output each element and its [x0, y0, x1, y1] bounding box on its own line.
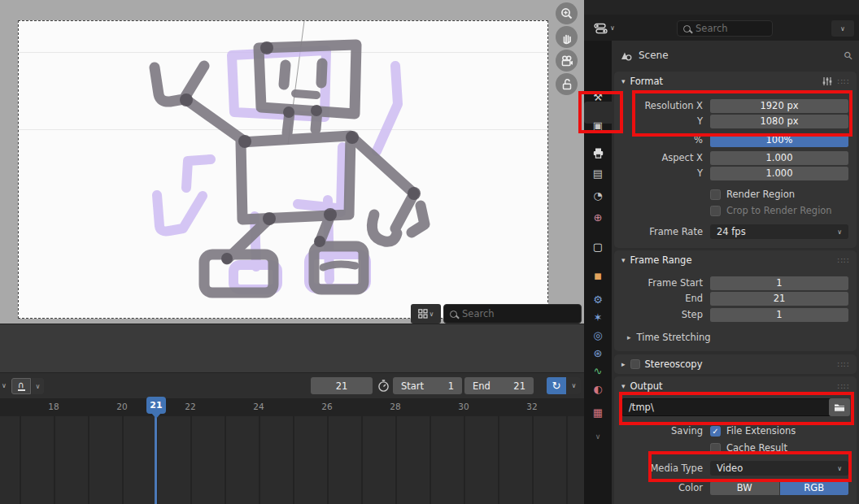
blender-window: ∨ ∨ ∩ ∨ 21 Start 1 End 21 ↻ ∨ 1820222426…	[0, 0, 859, 504]
chevron-down-icon[interactable]: ∨	[2, 382, 7, 389]
pin-icon[interactable]: ⚲	[842, 48, 856, 62]
tab-render[interactable]: ▣	[584, 115, 612, 135]
frame-start-row: Frame Start 1	[621, 276, 848, 290]
format-title: Format	[630, 76, 664, 87]
properties-options-dropdown[interactable]: ∨	[831, 20, 854, 37]
editor-type-button[interactable]: ∨	[589, 18, 620, 38]
percent-slider[interactable]: 100%	[710, 133, 848, 147]
media-type-row: Media Type Video∨	[621, 461, 848, 476]
tab-material[interactable]: ◐	[584, 379, 612, 398]
media-type-dropdown[interactable]: Video∨	[710, 461, 848, 476]
tab-collection[interactable]: ▢	[584, 237, 612, 256]
pan-hand-icon[interactable]	[556, 26, 578, 48]
cache-result-row: Cache Result	[621, 441, 848, 455]
frame-start-value: 1	[448, 380, 454, 392]
crop-render-region-checkbox[interactable]	[710, 206, 721, 216]
format-presets-icon[interactable]	[822, 76, 832, 86]
frame-range-panel-header[interactable]: ▾ Frame Range ∷∷	[614, 250, 857, 270]
frame-gridline	[122, 416, 124, 504]
render-region-row: Render Region	[621, 187, 848, 202]
frame-gridline	[259, 416, 260, 504]
ruler-frame-32: 32	[520, 402, 544, 411]
render-region-checkbox[interactable]	[710, 189, 721, 200]
playback-sync-dropdown[interactable]: ∨	[567, 377, 581, 394]
tab-object-data[interactable]: ∿	[584, 361, 612, 380]
ruler-frame-24: 24	[246, 402, 271, 411]
dopesheet-search-input[interactable]	[462, 308, 560, 319]
tab-output-active[interactable]	[584, 143, 612, 163]
frame-step-field[interactable]: 1	[710, 308, 848, 322]
tab-texture[interactable]: ▦	[584, 402, 612, 422]
printer-icon	[592, 147, 604, 159]
dopesheet-channel-area[interactable]	[0, 324, 584, 372]
timeline-ruler[interactable]: 1820222426283032	[0, 398, 584, 416]
snap-options-dropdown[interactable]: ∨	[32, 378, 44, 394]
cache-result-checkbox[interactable]	[710, 443, 721, 454]
camera-view-icon[interactable]	[556, 50, 578, 72]
tab-world[interactable]: ⊕	[584, 207, 612, 227]
chevron-down-icon: ∨	[430, 311, 434, 318]
aspect-x-label: Aspect X	[621, 152, 710, 163]
media-type-value: Video	[717, 463, 743, 474]
frame-end-field[interactable]: 21	[710, 292, 848, 306]
dopesheet-mode-dropdown[interactable]: ∨	[411, 304, 441, 324]
playhead-handle[interactable]: 21	[146, 397, 166, 414]
tab-tool[interactable]: ⚒	[584, 87, 612, 106]
aspect-y-field[interactable]: 1.000	[710, 167, 848, 180]
stereoscopy-panel-header[interactable]: ▸ Stereoscopy ∷∷	[614, 354, 857, 374]
frame-rate-value: 24 fps	[717, 226, 746, 237]
tabs-overflow-chevron-icon[interactable]: ∨	[584, 427, 612, 446]
output-panel-header[interactable]: ▾ Output ∷∷	[614, 376, 857, 396]
frame-gridline	[190, 416, 192, 504]
frame-range-title: Frame Range	[630, 254, 692, 266]
frame-start-label: Frame Start	[621, 277, 710, 289]
tab-effects[interactable]: ✶	[584, 307, 612, 327]
current-frame-field[interactable]: 21	[311, 377, 373, 394]
viewport-2d-animation[interactable]: ∨	[0, 0, 584, 324]
timeline-track-area[interactable]	[0, 416, 584, 504]
properties-search-input[interactable]	[695, 23, 759, 34]
color-rgb-button[interactable]: RGB	[780, 481, 849, 495]
aspect-x-row: Aspect X 1.000	[621, 150, 848, 165]
lock-icon[interactable]	[556, 73, 578, 95]
frame-start-field[interactable]: 1	[710, 276, 848, 290]
open-file-browser-button[interactable]	[829, 398, 850, 416]
playback-sync-button[interactable]: ↻	[547, 377, 566, 394]
frame-gridline	[464, 416, 465, 504]
aspect-x-field[interactable]: 1.000	[710, 151, 848, 165]
color-label: Color	[621, 482, 710, 493]
breadcrumb: Scene ⚲	[620, 46, 852, 65]
format-panel-header[interactable]: ▾ Format ∷∷	[614, 72, 857, 91]
tab-view-layer[interactable]: ▤	[584, 163, 612, 183]
resolution-y-field[interactable]: 1080 px	[710, 115, 848, 128]
tab-physics[interactable]: ◎	[584, 325, 612, 345]
tab-scene[interactable]: ◔	[584, 185, 612, 205]
zoom-in-icon[interactable]	[556, 2, 578, 24]
output-path-field[interactable]: /tmp\	[621, 398, 835, 416]
panel-grip-icon[interactable]: ∷∷	[837, 360, 849, 369]
color-bw-button[interactable]: BW	[710, 481, 779, 495]
robot-strokes	[155, 45, 425, 293]
time-stretching-subpanel[interactable]: ▸ Time Stretching	[627, 332, 711, 343]
frame-start-field[interactable]: Start 1	[393, 377, 462, 394]
snap-magnet-toggle[interactable]: ∩	[11, 378, 31, 394]
properties-editor-icon	[594, 23, 608, 34]
panel-grip-icon[interactable]: ∷∷	[837, 256, 849, 265]
frame-rate-dropdown[interactable]: 24 fps∨	[710, 224, 848, 239]
resolution-x-label: Resolution X	[621, 100, 710, 111]
tab-object[interactable]: ■	[584, 266, 612, 285]
panel-grip-icon[interactable]: ∷∷	[837, 382, 849, 391]
panel-grip-icon[interactable]: ∷∷	[837, 77, 849, 86]
ruler-frame-20: 20	[110, 402, 134, 411]
frame-end-field[interactable]: End 21	[464, 377, 534, 394]
breadcrumb-scene[interactable]: Scene	[639, 50, 669, 61]
properties-tab-strip: ∨ ⚒▣▤◔⊕▢■⚙✶◎⊛∿◐▦	[584, 41, 612, 504]
frame-gridline	[532, 416, 534, 504]
stopwatch-icon	[377, 379, 390, 393]
tab-modifiers[interactable]: ⚙	[584, 289, 612, 309]
resolution-x-field[interactable]: 1920 px	[710, 99, 848, 113]
frame-range-panel: ▾ Frame Range ∷∷ Frame Start 1 End 21 St…	[614, 250, 857, 351]
file-extensions-checkbox[interactable]: ✓	[710, 426, 721, 437]
tab-constraints[interactable]: ⊛	[584, 343, 612, 363]
stereoscopy-checkbox[interactable]	[630, 359, 640, 369]
